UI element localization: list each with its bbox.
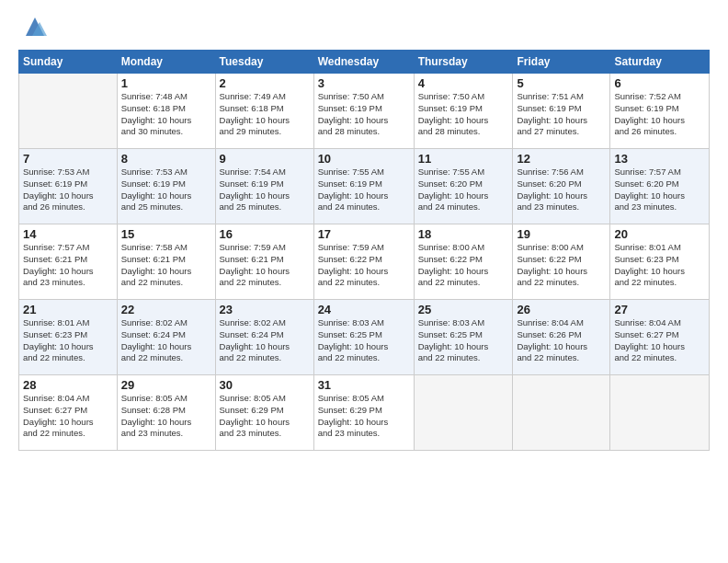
- calendar-cell: [513, 375, 610, 451]
- calendar-cell: 7Sunrise: 7:53 AM Sunset: 6:19 PM Daylig…: [19, 149, 118, 224]
- day-info: Sunrise: 7:51 AM Sunset: 6:19 PM Dayligh…: [517, 91, 606, 138]
- day-number: 2: [220, 76, 310, 90]
- calendar-row: 7Sunrise: 7:53 AM Sunset: 6:19 PM Daylig…: [19, 149, 710, 224]
- weekday-header: Monday: [117, 51, 215, 74]
- day-info: Sunrise: 8:02 AM Sunset: 6:24 PM Dayligh…: [121, 317, 211, 364]
- calendar-cell: 3Sunrise: 7:50 AM Sunset: 6:19 PM Daylig…: [313, 74, 414, 149]
- day-number: 10: [318, 152, 410, 166]
- calendar-cell: 12Sunrise: 7:56 AM Sunset: 6:20 PM Dayli…: [513, 149, 610, 224]
- day-info: Sunrise: 7:52 AM Sunset: 6:19 PM Dayligh…: [614, 91, 705, 138]
- day-number: 9: [220, 152, 310, 166]
- day-info: Sunrise: 7:48 AM Sunset: 6:18 PM Dayligh…: [121, 91, 211, 138]
- day-info: Sunrise: 7:59 AM Sunset: 6:21 PM Dayligh…: [220, 242, 310, 289]
- day-number: 13: [614, 152, 705, 166]
- calendar-cell: 13Sunrise: 7:57 AM Sunset: 6:20 PM Dayli…: [610, 149, 710, 224]
- calendar-cell: 15Sunrise: 7:58 AM Sunset: 6:21 PM Dayli…: [117, 224, 215, 300]
- day-info: Sunrise: 8:03 AM Sunset: 6:25 PM Dayligh…: [318, 317, 410, 364]
- day-number: 31: [318, 378, 410, 392]
- day-info: Sunrise: 8:04 AM Sunset: 6:27 PM Dayligh…: [23, 393, 113, 440]
- calendar-cell: [610, 375, 710, 451]
- day-number: 20: [614, 227, 705, 241]
- day-number: 16: [220, 227, 310, 241]
- day-info: Sunrise: 8:05 AM Sunset: 6:29 PM Dayligh…: [318, 393, 410, 440]
- calendar-row: 14Sunrise: 7:57 AM Sunset: 6:21 PM Dayli…: [19, 224, 710, 300]
- day-number: 21: [23, 303, 113, 316]
- day-info: Sunrise: 7:58 AM Sunset: 6:21 PM Dayligh…: [121, 242, 211, 289]
- calendar-cell: 22Sunrise: 8:02 AM Sunset: 6:24 PM Dayli…: [117, 300, 215, 375]
- day-number: 1: [121, 76, 211, 90]
- day-number: 4: [418, 76, 509, 90]
- calendar-cell: 9Sunrise: 7:54 AM Sunset: 6:19 PM Daylig…: [215, 149, 313, 224]
- day-info: Sunrise: 7:50 AM Sunset: 6:19 PM Dayligh…: [318, 91, 410, 138]
- calendar-cell: 30Sunrise: 8:05 AM Sunset: 6:29 PM Dayli…: [215, 375, 313, 451]
- logo: [18, 17, 49, 40]
- day-number: 28: [23, 378, 113, 392]
- day-number: 19: [517, 227, 606, 241]
- calendar-cell: 21Sunrise: 8:01 AM Sunset: 6:23 PM Dayli…: [19, 300, 118, 375]
- calendar-table: SundayMondayTuesdayWednesdayThursdayFrid…: [18, 50, 710, 451]
- day-number: 18: [418, 227, 509, 241]
- day-info: Sunrise: 7:55 AM Sunset: 6:19 PM Dayligh…: [318, 167, 410, 213]
- calendar-cell: 2Sunrise: 7:49 AM Sunset: 6:18 PM Daylig…: [215, 74, 313, 149]
- weekday-header: Friday: [513, 51, 610, 74]
- calendar-cell: 1Sunrise: 7:48 AM Sunset: 6:18 PM Daylig…: [117, 74, 215, 149]
- day-number: 11: [418, 152, 509, 166]
- calendar-cell: 18Sunrise: 8:00 AM Sunset: 6:22 PM Dayli…: [414, 224, 513, 300]
- calendar-cell: 4Sunrise: 7:50 AM Sunset: 6:19 PM Daylig…: [414, 74, 513, 149]
- calendar-cell: 25Sunrise: 8:03 AM Sunset: 6:25 PM Dayli…: [414, 300, 513, 375]
- weekday-header: Tuesday: [215, 51, 313, 74]
- day-info: Sunrise: 8:05 AM Sunset: 6:28 PM Dayligh…: [121, 393, 211, 440]
- calendar-cell: 5Sunrise: 7:51 AM Sunset: 6:19 PM Daylig…: [513, 74, 610, 149]
- day-number: 8: [121, 152, 211, 166]
- day-number: 22: [121, 303, 211, 316]
- day-info: Sunrise: 7:57 AM Sunset: 6:20 PM Dayligh…: [614, 167, 705, 213]
- calendar-cell: 17Sunrise: 7:59 AM Sunset: 6:22 PM Dayli…: [313, 224, 414, 300]
- calendar-cell: 20Sunrise: 8:01 AM Sunset: 6:23 PM Dayli…: [610, 224, 710, 300]
- weekday-header: Saturday: [610, 51, 710, 74]
- calendar-cell: 8Sunrise: 7:53 AM Sunset: 6:19 PM Daylig…: [117, 149, 215, 224]
- calendar-cell: 29Sunrise: 8:05 AM Sunset: 6:28 PM Dayli…: [117, 375, 215, 451]
- day-info: Sunrise: 7:53 AM Sunset: 6:19 PM Dayligh…: [121, 167, 211, 213]
- day-number: 6: [614, 76, 705, 90]
- day-number: 26: [517, 303, 606, 316]
- day-info: Sunrise: 8:03 AM Sunset: 6:25 PM Dayligh…: [418, 317, 509, 364]
- day-info: Sunrise: 7:54 AM Sunset: 6:19 PM Dayligh…: [220, 167, 310, 213]
- day-info: Sunrise: 7:56 AM Sunset: 6:20 PM Dayligh…: [517, 167, 606, 213]
- day-info: Sunrise: 8:05 AM Sunset: 6:29 PM Dayligh…: [220, 393, 310, 440]
- calendar-row: 1Sunrise: 7:48 AM Sunset: 6:18 PM Daylig…: [19, 74, 710, 149]
- calendar-cell: [19, 74, 118, 149]
- calendar-row: 21Sunrise: 8:01 AM Sunset: 6:23 PM Dayli…: [19, 300, 710, 375]
- calendar-cell: 16Sunrise: 7:59 AM Sunset: 6:21 PM Dayli…: [215, 224, 313, 300]
- day-info: Sunrise: 7:53 AM Sunset: 6:19 PM Dayligh…: [23, 167, 113, 213]
- day-number: 29: [121, 378, 211, 392]
- logo-icon: [21, 13, 49, 40]
- day-info: Sunrise: 7:59 AM Sunset: 6:22 PM Dayligh…: [318, 242, 410, 289]
- calendar-cell: [414, 375, 513, 451]
- day-info: Sunrise: 8:04 AM Sunset: 6:27 PM Dayligh…: [614, 317, 705, 364]
- calendar-cell: 23Sunrise: 8:02 AM Sunset: 6:24 PM Dayli…: [215, 300, 313, 375]
- day-number: 15: [121, 227, 211, 241]
- calendar-cell: 31Sunrise: 8:05 AM Sunset: 6:29 PM Dayli…: [313, 375, 414, 451]
- day-info: Sunrise: 7:55 AM Sunset: 6:20 PM Dayligh…: [418, 167, 509, 213]
- calendar-cell: 19Sunrise: 8:00 AM Sunset: 6:22 PM Dayli…: [513, 224, 610, 300]
- calendar-cell: 28Sunrise: 8:04 AM Sunset: 6:27 PM Dayli…: [19, 375, 118, 451]
- calendar-cell: 6Sunrise: 7:52 AM Sunset: 6:19 PM Daylig…: [610, 74, 710, 149]
- day-info: Sunrise: 7:57 AM Sunset: 6:21 PM Dayligh…: [23, 242, 113, 289]
- day-info: Sunrise: 8:00 AM Sunset: 6:22 PM Dayligh…: [418, 242, 509, 289]
- day-number: 5: [517, 76, 606, 90]
- calendar-row: 28Sunrise: 8:04 AM Sunset: 6:27 PM Dayli…: [19, 375, 710, 451]
- calendar-header-row: SundayMondayTuesdayWednesdayThursdayFrid…: [19, 51, 710, 74]
- calendar-cell: 10Sunrise: 7:55 AM Sunset: 6:19 PM Dayli…: [313, 149, 414, 224]
- calendar-cell: 26Sunrise: 8:04 AM Sunset: 6:26 PM Dayli…: [513, 300, 610, 375]
- header: [18, 17, 710, 40]
- day-info: Sunrise: 7:50 AM Sunset: 6:19 PM Dayligh…: [418, 91, 509, 138]
- day-number: 14: [23, 227, 113, 241]
- day-info: Sunrise: 8:01 AM Sunset: 6:23 PM Dayligh…: [614, 242, 705, 289]
- day-number: 12: [517, 152, 606, 166]
- day-number: 24: [318, 303, 410, 316]
- day-number: 3: [318, 76, 410, 90]
- day-number: 17: [318, 227, 410, 241]
- day-info: Sunrise: 8:02 AM Sunset: 6:24 PM Dayligh…: [220, 317, 310, 364]
- day-number: 27: [614, 303, 705, 316]
- day-info: Sunrise: 8:04 AM Sunset: 6:26 PM Dayligh…: [517, 317, 606, 364]
